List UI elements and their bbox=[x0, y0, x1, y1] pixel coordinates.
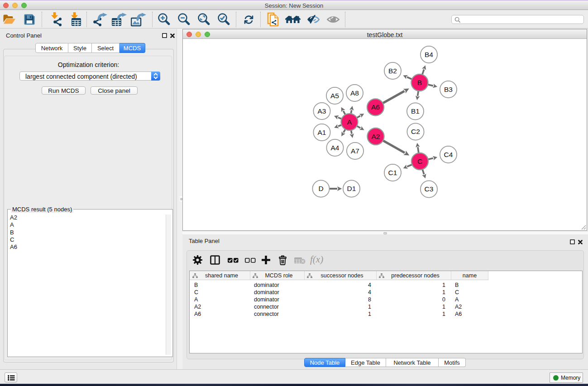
svg-text:C4: C4 bbox=[444, 151, 453, 158]
svg-text:C: C bbox=[417, 157, 422, 165]
svg-text:A1: A1 bbox=[318, 129, 326, 136]
svg-text:C1: C1 bbox=[388, 169, 397, 176]
svg-text:A3: A3 bbox=[318, 107, 326, 115]
svg-text:B3: B3 bbox=[444, 86, 453, 93]
svg-text:A2: A2 bbox=[372, 133, 380, 140]
svg-text:B4: B4 bbox=[425, 51, 433, 58]
svg-text:A: A bbox=[347, 118, 352, 126]
svg-text:B2: B2 bbox=[388, 67, 397, 75]
svg-text:C3: C3 bbox=[425, 185, 434, 193]
svg-text:D: D bbox=[318, 185, 323, 192]
svg-text:A4: A4 bbox=[331, 144, 339, 152]
svg-text:C2: C2 bbox=[411, 128, 420, 135]
svg-text:B: B bbox=[417, 79, 422, 86]
svg-text:A7: A7 bbox=[351, 147, 359, 155]
svg-text:B1: B1 bbox=[411, 107, 420, 115]
svg-text:A8: A8 bbox=[350, 89, 359, 97]
svg-text:A6: A6 bbox=[371, 103, 380, 111]
svg-text:A5: A5 bbox=[330, 92, 339, 100]
svg-text:D1: D1 bbox=[347, 185, 356, 192]
